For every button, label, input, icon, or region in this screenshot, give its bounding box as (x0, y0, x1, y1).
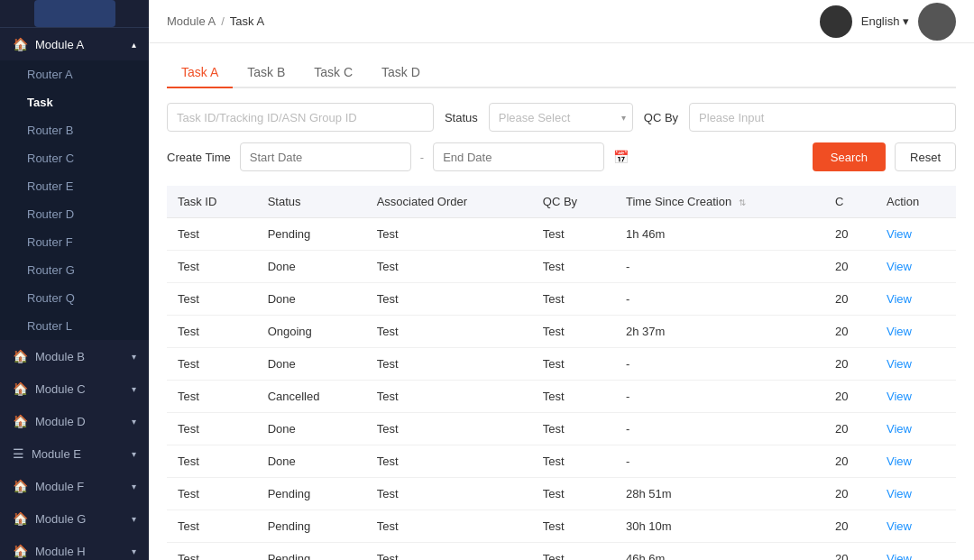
cell-action[interactable]: View (876, 316, 956, 348)
avatar-small (820, 5, 852, 38)
tabs-bar: Task A Task B Task C Task D (167, 58, 956, 88)
table-row: Test Pending Test Test 1h 46m 20 View (167, 218, 956, 251)
cell-action[interactable]: View (876, 478, 956, 510)
sidebar-module-c[interactable]: 🏠 Module C ▾ (0, 372, 149, 405)
tab-task-b[interactable]: Task B (233, 58, 299, 88)
cell-task-id: Test (167, 413, 257, 445)
table-row: Test Pending Test Test 30h 10m 20 View (167, 510, 956, 543)
home-icon: 🏠 (13, 37, 28, 51)
cell-action[interactable]: View (876, 251, 956, 283)
cell-qc-by: Test (532, 445, 615, 478)
cell-associated-order: Test (366, 413, 532, 445)
cell-action[interactable]: View (876, 445, 956, 478)
sidebar-item-router-f[interactable]: Router F (0, 228, 149, 256)
table-row: Test Done Test Test - 20 View (167, 283, 956, 316)
table-row: Test Done Test Test - 20 View (167, 251, 956, 283)
sidebar-module-g[interactable]: 🏠 Module G ▾ (0, 502, 149, 535)
end-date-input[interactable] (433, 142, 604, 171)
status-select[interactable]: Please Select Pending Done Ongoing Cance… (489, 103, 633, 132)
user-avatar[interactable] (918, 3, 956, 41)
search-button[interactable]: Search (813, 142, 886, 171)
cell-col-c: 20 (824, 413, 876, 445)
cell-time-since-creation: - (615, 413, 824, 445)
sidebar-logo (0, 0, 149, 28)
cell-time-since-creation: 1h 46m (615, 218, 824, 251)
tab-task-a[interactable]: Task A (167, 58, 233, 88)
home-icon-g: 🏠 (13, 511, 28, 526)
sidebar-item-router-d[interactable]: Router D (0, 200, 149, 228)
sidebar-item-router-c[interactable]: Router C (0, 144, 149, 172)
breadcrumb-parent[interactable]: Module A (167, 14, 216, 28)
cell-action[interactable]: View (876, 348, 956, 381)
cell-time-since-creation: - (615, 445, 824, 478)
cell-status: Cancelled (257, 381, 366, 413)
chevron-up-icon: ▴ (132, 40, 136, 50)
sidebar-module-f[interactable]: 🏠 Module F ▾ (0, 470, 149, 502)
cell-status: Done (257, 445, 366, 478)
cell-qc-by: Test (532, 283, 615, 316)
sidebar-item-router-b[interactable]: Router B (0, 116, 149, 144)
list-icon-e: ☰ (13, 446, 24, 461)
cell-time-since-creation: 2h 37m (615, 316, 824, 348)
table-row: Test Pending Test Test 46h 6m 20 View (167, 543, 956, 561)
data-table: Task ID Status Associated Order QC By (167, 186, 956, 560)
header-right: English ▾ (820, 3, 956, 41)
cell-col-c: 20 (824, 316, 876, 348)
sidebar-item-router-a[interactable]: Router A (0, 60, 149, 88)
create-time-label: Create Time (167, 151, 231, 164)
cell-task-id: Test (167, 478, 257, 510)
cell-action[interactable]: View (876, 413, 956, 445)
calendar-icon[interactable]: 📅 (613, 150, 629, 164)
cell-associated-order: Test (366, 543, 532, 561)
cell-task-id: Test (167, 445, 257, 478)
sidebar-module-d[interactable]: 🏠 Module D ▾ (0, 405, 149, 437)
sidebar-module-a-children: Router A Task Router B Router C Router E… (0, 60, 149, 340)
tab-task-c[interactable]: Task C (299, 58, 367, 88)
breadcrumb-separator: / (221, 14, 225, 28)
col-time-since-creation[interactable]: Time Since Creation ⇅ (615, 186, 824, 218)
chevron-down-icon-d: ▾ (132, 417, 136, 427)
sidebar-item-router-g[interactable]: Router G (0, 256, 149, 284)
cell-action[interactable]: View (876, 543, 956, 561)
sidebar-module-h[interactable]: 🏠 Module H ▾ (0, 535, 149, 560)
cell-status: Done (257, 413, 366, 445)
table-body: Test Pending Test Test 1h 46m 20 View Te… (167, 218, 956, 561)
sidebar-module-b[interactable]: 🏠 Module B ▾ (0, 340, 149, 372)
cell-task-id: Test (167, 218, 257, 251)
sidebar-item-task[interactable]: Task (0, 88, 149, 116)
cell-qc-by: Test (532, 510, 615, 543)
cell-time-since-creation: 28h 51m (615, 478, 824, 510)
sidebar-module-a[interactable]: 🏠 Module A ▴ (0, 28, 149, 60)
cell-qc-by: Test (532, 218, 615, 251)
sidebar: 🏠 Module A ▴ Router A Task Router B Rout… (0, 0, 149, 560)
sidebar-item-router-e[interactable]: Router E (0, 172, 149, 200)
cell-qc-by: Test (532, 543, 615, 561)
cell-associated-order: Test (366, 218, 532, 251)
cell-action[interactable]: View (876, 510, 956, 543)
sidebar-module-e[interactable]: ☰ Module E ▾ (0, 437, 149, 470)
table-row: Test Cancelled Test Test - 20 View (167, 381, 956, 413)
table-header: Task ID Status Associated Order QC By (167, 186, 956, 218)
cell-col-c: 20 (824, 218, 876, 251)
cell-col-c: 20 (824, 543, 876, 561)
reset-button[interactable]: Reset (895, 142, 956, 171)
qc-by-input[interactable] (689, 103, 956, 132)
home-icon-f: 🏠 (13, 479, 28, 493)
cell-action[interactable]: View (876, 381, 956, 413)
col-associated-order: Associated Order (366, 186, 532, 218)
table-row: Test Done Test Test - 20 View (167, 348, 956, 381)
start-date-input[interactable] (240, 142, 411, 171)
cell-associated-order: Test (366, 316, 532, 348)
cell-task-id: Test (167, 348, 257, 381)
sidebar-item-router-l[interactable]: Router L (0, 312, 149, 340)
chevron-down-icon-b: ▾ (132, 352, 136, 362)
cell-action[interactable]: View (876, 218, 956, 251)
search-input[interactable] (167, 103, 434, 132)
tab-task-d[interactable]: Task D (367, 58, 435, 88)
language-selector[interactable]: English ▾ (861, 14, 909, 28)
cell-qc-by: Test (532, 348, 615, 381)
cell-action[interactable]: View (876, 283, 956, 316)
sidebar-item-router-q[interactable]: Router Q (0, 284, 149, 312)
cell-qc-by: Test (532, 251, 615, 283)
filter-row-2: Create Time - 📅 Search Reset (167, 142, 956, 171)
